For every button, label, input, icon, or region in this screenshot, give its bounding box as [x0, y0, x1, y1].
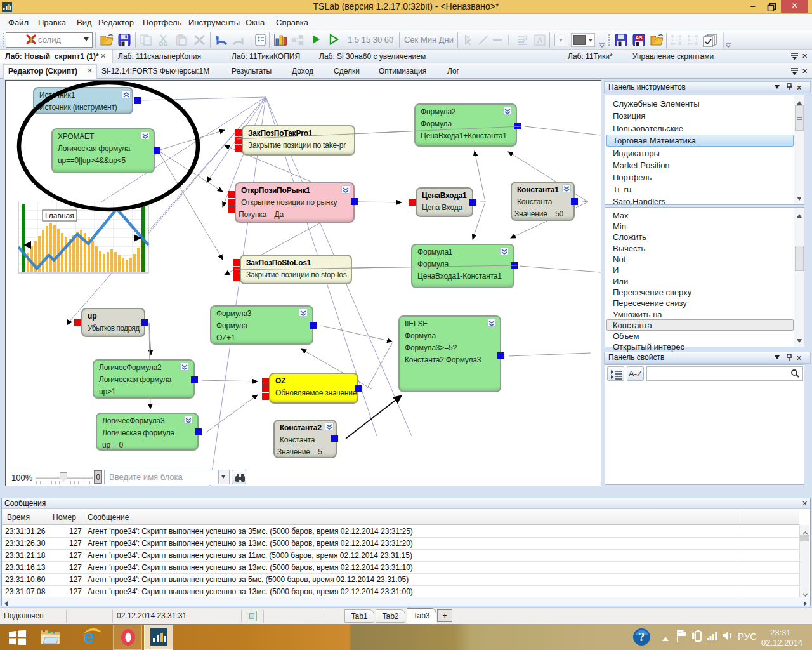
- svg-text:A: A: [537, 36, 543, 45]
- svg-text:AS: AS: [635, 35, 643, 41]
- svg-text:?: ?: [639, 631, 645, 644]
- svg-text:Главная: Главная: [45, 211, 74, 220]
